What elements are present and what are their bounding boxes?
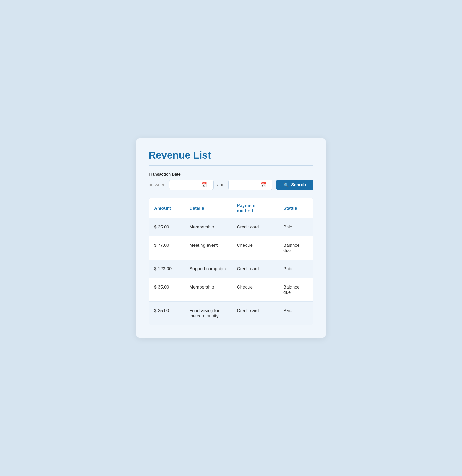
cell-status: Balance due bbox=[278, 278, 313, 302]
date-input-1-wrapper[interactable]: 📅 bbox=[169, 180, 213, 190]
table-row: $ 25.00MembershipCredit cardPaid bbox=[149, 218, 313, 236]
table-container: Amount Details Payment method Status $ 2… bbox=[149, 198, 313, 325]
cell-details: Support campaign bbox=[184, 260, 232, 278]
search-icon: 🔍 bbox=[284, 182, 289, 187]
main-card: Revenue List Transaction Date between 📅 … bbox=[136, 138, 326, 338]
cell-status: Paid bbox=[278, 218, 313, 236]
col-header-payment-method: Payment method bbox=[232, 198, 278, 218]
calendar-icon-1[interactable]: 📅 bbox=[201, 182, 207, 188]
table-row: $ 35.00MembershipChequeBalance due bbox=[149, 278, 313, 302]
cell-amount: $ 25.00 bbox=[149, 218, 184, 236]
cell-details: Membership bbox=[184, 278, 232, 302]
table-row: $ 77.00Meeting eventChequeBalance due bbox=[149, 236, 313, 260]
table-header-row: Amount Details Payment method Status bbox=[149, 198, 313, 218]
revenue-table: Amount Details Payment method Status $ 2… bbox=[149, 198, 313, 325]
table-row: $ 123.00Support campaignCredit cardPaid bbox=[149, 260, 313, 278]
col-header-details: Details bbox=[184, 198, 232, 218]
date-input-2[interactable] bbox=[232, 183, 258, 187]
cell-details: Fundraising for the community bbox=[184, 302, 232, 325]
search-button[interactable]: 🔍 Search bbox=[276, 180, 313, 190]
cell-details: Meeting event bbox=[184, 236, 232, 260]
filter-label: Transaction Date bbox=[149, 172, 313, 176]
col-header-status: Status bbox=[278, 198, 313, 218]
date-input-1[interactable] bbox=[173, 183, 199, 187]
title-divider bbox=[149, 165, 313, 166]
search-button-label: Search bbox=[291, 182, 306, 187]
table-row: $ 25.00Fundraising for the communityCred… bbox=[149, 302, 313, 325]
cell-payment-method: Credit card bbox=[232, 302, 278, 325]
cell-amount: $ 25.00 bbox=[149, 302, 184, 325]
page-title: Revenue List bbox=[149, 150, 313, 161]
and-text: and bbox=[217, 182, 225, 187]
cell-amount: $ 35.00 bbox=[149, 278, 184, 302]
cell-status: Balance due bbox=[278, 236, 313, 260]
cell-payment-method: Cheque bbox=[232, 278, 278, 302]
cell-status: Paid bbox=[278, 302, 313, 325]
cell-payment-method: Cheque bbox=[232, 236, 278, 260]
cell-amount: $ 77.00 bbox=[149, 236, 184, 260]
cell-amount: $ 123.00 bbox=[149, 260, 184, 278]
between-text: between bbox=[149, 182, 165, 187]
date-input-2-wrapper[interactable]: 📅 bbox=[228, 180, 272, 190]
cell-payment-method: Credit card bbox=[232, 218, 278, 236]
col-header-amount: Amount bbox=[149, 198, 184, 218]
cell-status: Paid bbox=[278, 260, 313, 278]
calendar-icon-2[interactable]: 📅 bbox=[260, 182, 266, 188]
filter-row: between 📅 and 📅 🔍 Search bbox=[149, 180, 313, 190]
cell-details: Membership bbox=[184, 218, 232, 236]
cell-payment-method: Credit card bbox=[232, 260, 278, 278]
